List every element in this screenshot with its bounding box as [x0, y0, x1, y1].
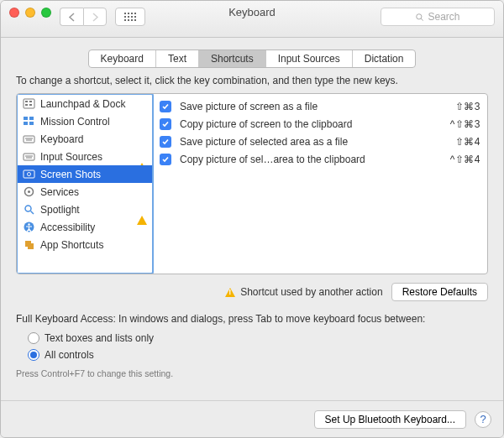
svg-rect-11	[134, 19, 136, 21]
svg-rect-15	[25, 101, 28, 102]
category-launchpad-dock[interactable]: Launchpad & Dock	[18, 95, 152, 112]
category-services[interactable]: Services	[18, 183, 152, 201]
category-app-shortcuts[interactable]: App Shortcuts	[18, 236, 152, 253]
svg-rect-3	[134, 13, 136, 14]
svg-rect-2	[131, 13, 133, 14]
svg-line-13	[422, 18, 423, 20]
spotlight-icon	[23, 203, 35, 216]
radio-icon	[28, 332, 39, 344]
tab-text[interactable]: Text	[156, 50, 199, 67]
svg-rect-4	[124, 16, 126, 18]
mission-icon	[23, 115, 35, 128]
launchpad-icon	[23, 97, 35, 110]
svg-rect-26	[24, 154, 34, 160]
zoom-icon[interactable]	[41, 8, 51, 18]
back-button[interactable]	[60, 8, 83, 26]
conflict-note: Shortcut used by another action	[225, 286, 382, 298]
help-button[interactable]: ?	[475, 411, 491, 428]
tab-bar: KeyboardTextShortcutsInput SourcesDictat…	[1, 50, 503, 68]
shortcut-row[interactable]: Save picture of screen as a file⇧⌘3	[160, 97, 480, 115]
shortcut-keys[interactable]: ⇧⌘4	[455, 136, 480, 148]
svg-rect-17	[25, 104, 28, 106]
shortcut-keys[interactable]: ^⇧⌘3	[450, 118, 480, 130]
tab-input-sources[interactable]: Input Sources	[266, 50, 353, 67]
svg-point-36	[28, 223, 29, 225]
shortcuts-panes: Launchpad & DockMission ControlKeyboardI…	[16, 93, 488, 274]
app-icon	[23, 238, 35, 251]
checkbox-icon[interactable]	[160, 101, 171, 112]
svg-rect-1	[128, 13, 129, 14]
svg-point-33	[25, 206, 31, 211]
svg-rect-19	[24, 117, 28, 120]
svg-point-32	[28, 190, 30, 193]
tab-dictation[interactable]: Dictation	[353, 50, 416, 67]
restore-defaults-button[interactable]: Restore Defaults	[391, 283, 488, 301]
shortcut-row[interactable]: Copy picture of sel…area to the clipboar…	[160, 150, 480, 168]
shortcut-keys[interactable]: ⇧⌘3	[455, 101, 480, 112]
svg-rect-22	[29, 122, 34, 125]
fk-heading: Full Keyboard Access: In windows and dia…	[16, 313, 488, 325]
bottom-bar: Set Up Bluetooth Keyboard... ?	[1, 400, 503, 437]
checkbox-icon[interactable]	[160, 154, 171, 165]
warning-icon	[137, 151, 147, 163]
category-keyboard[interactable]: Keyboard	[18, 130, 152, 148]
tab-keyboard[interactable]: Keyboard	[89, 50, 156, 67]
nav-buttons	[60, 8, 107, 26]
svg-rect-20	[29, 117, 34, 120]
preferences-window: Keyboard Search KeyboardTextShortcutsInp…	[0, 0, 504, 438]
keyboard-icon	[23, 150, 35, 163]
checkbox-icon[interactable]	[160, 118, 171, 130]
svg-rect-16	[29, 101, 32, 102]
svg-line-34	[31, 211, 34, 215]
services-icon	[23, 185, 35, 198]
svg-rect-9	[128, 19, 129, 21]
svg-rect-23	[24, 136, 34, 143]
svg-rect-21	[24, 122, 28, 125]
search-placeholder: Search	[428, 11, 459, 23]
warning-icon	[225, 288, 235, 297]
show-all-button[interactable]	[115, 8, 145, 26]
full-keyboard-access: Full Keyboard Access: In windows and dia…	[16, 313, 488, 363]
keyboard-icon	[23, 133, 35, 145]
fk-hint: Press Control+F7 to change this setting.	[16, 368, 488, 378]
fk-option-allcontrols[interactable]: All controls	[28, 347, 488, 363]
titlebar: Keyboard Search	[1, 1, 503, 38]
window-controls	[9, 8, 51, 18]
instruction-text: To change a shortcut, select it, click t…	[16, 75, 488, 86]
category-list[interactable]: Launchpad & DockMission ControlKeyboardI…	[16, 93, 154, 274]
fk-option-textboxes[interactable]: Text boxes and lists only	[28, 330, 488, 347]
category-input-sources[interactable]: Input Sources	[18, 148, 152, 165]
svg-rect-14	[24, 99, 34, 108]
shortcut-list[interactable]: Save picture of screen as a file⇧⌘3Copy …	[153, 94, 487, 274]
search-icon	[415, 13, 424, 22]
svg-rect-8	[124, 19, 126, 21]
accessibility-icon	[23, 221, 35, 233]
category-screen-shots[interactable]: Screen Shots	[18, 165, 152, 183]
shortcut-row[interactable]: Copy picture of screen to the clipboard^…	[160, 115, 480, 133]
svg-rect-10	[131, 19, 133, 21]
bluetooth-keyboard-button[interactable]: Set Up Bluetooth Keyboard...	[314, 410, 466, 429]
svg-point-30	[28, 173, 31, 176]
warning-icon	[137, 204, 147, 216]
category-accessibility[interactable]: Accessibility	[18, 218, 152, 236]
radio-icon	[28, 349, 39, 361]
tab-shortcuts[interactable]: Shortcuts	[199, 50, 266, 67]
svg-rect-0	[124, 13, 126, 14]
svg-rect-5	[128, 16, 129, 18]
close-icon[interactable]	[9, 8, 19, 18]
svg-rect-18	[29, 104, 32, 106]
svg-rect-29	[24, 170, 34, 178]
svg-point-12	[417, 13, 422, 18]
svg-rect-7	[134, 16, 136, 18]
category-spotlight[interactable]: Spotlight	[18, 201, 152, 218]
category-mission-control[interactable]: Mission Control	[18, 112, 152, 130]
minimize-icon[interactable]	[25, 8, 35, 18]
forward-button[interactable]	[83, 8, 107, 26]
svg-rect-6	[131, 16, 133, 18]
screenshot-icon	[23, 168, 35, 180]
shortcut-row[interactable]: Save picture of selected area as a file⇧…	[160, 133, 480, 150]
search-input[interactable]: Search	[381, 8, 495, 26]
checkbox-icon[interactable]	[160, 136, 171, 148]
shortcut-keys[interactable]: ^⇧⌘4	[450, 154, 480, 165]
